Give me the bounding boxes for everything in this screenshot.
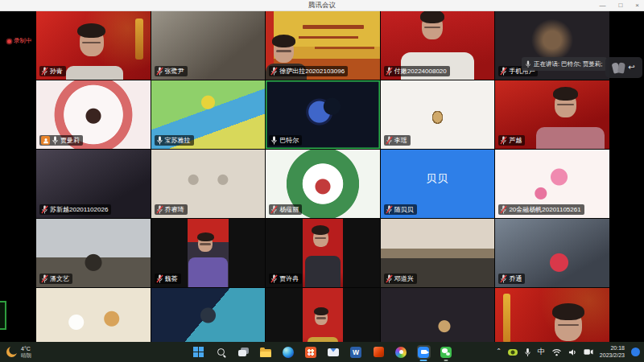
participant-avatar (416, 88, 460, 131)
participant-tile[interactable]: 张安 (495, 288, 609, 342)
participant-nametag: 李瑶 (384, 135, 411, 146)
participant-name: 付嫩20224008020 (394, 67, 447, 76)
tray-green-app-icon[interactable] (508, 349, 518, 356)
participant-face (80, 27, 104, 56)
participant-tile[interactable]: 芦越 (495, 80, 609, 149)
tray-chevron-icon[interactable]: ⌃ (496, 348, 502, 355)
participant-tile[interactable]: 付嫩20224008020 (381, 11, 495, 80)
meeting-stage: 孙青 张鹭尹 (0, 11, 644, 342)
participant-tile[interactable]: 张鹭尹 (151, 11, 266, 80)
mic-muted-icon (500, 205, 507, 214)
participant-tile[interactable]: 杨蕴丽 (266, 150, 380, 218)
participant-name: 乔通 (509, 274, 522, 283)
participant-tile[interactable]: 邓道兴 (381, 219, 495, 287)
participant-avatar: 贝贝 (416, 157, 460, 200)
mic-on-icon (52, 136, 59, 145)
search-icon (217, 348, 225, 356)
participant-tile[interactable]: 20金融杨帆20201105261 (495, 150, 609, 218)
weather-condition: 晴朗 (21, 352, 31, 358)
participant-avatar (72, 88, 115, 131)
speaking-toast-text: 正在讲话: 巴特尔; 贾曼莉; (534, 60, 602, 68)
participant-tile[interactable]: 孙青 (36, 11, 151, 80)
moon-weather-icon (6, 347, 17, 357)
wechat-button[interactable] (440, 345, 453, 359)
participant-tile[interactable]: 19金融郭燕飞 (36, 288, 151, 342)
titlebar: 腾讯会议 — □ × (0, 0, 644, 11)
office-button[interactable] (372, 345, 386, 359)
participant-tile[interactable]: 贾许冉 (266, 219, 380, 287)
tray-mic-icon[interactable] (524, 348, 531, 357)
app-grid-button[interactable] (304, 345, 318, 359)
participant-tile[interactable]: 乔睿琦 (151, 150, 266, 218)
mic-muted-icon (41, 274, 48, 283)
participant-name: 潘文艺 (50, 274, 69, 283)
participant-name: 贾许冉 (279, 274, 299, 283)
mic-muted-icon (500, 136, 507, 145)
word-button[interactable]: W (349, 345, 363, 359)
participant-name: 张鹭尹 (165, 67, 184, 76)
mic-muted-icon (270, 67, 278, 76)
edge-icon (283, 347, 294, 358)
wifi-icon[interactable] (551, 348, 562, 356)
recording-dot-icon (7, 39, 11, 43)
file-explorer-button[interactable] (259, 345, 273, 359)
participant-name: 苏新越20201102026 (50, 205, 108, 214)
participant-tile[interactable]: 朝乐门 (151, 288, 266, 342)
participant-avatar (416, 226, 460, 269)
mic-muted-icon (270, 205, 278, 214)
participant-nametag: 乔通 (498, 274, 525, 284)
search-button[interactable] (214, 345, 228, 359)
participant-name: 芦越 (509, 136, 522, 145)
reaction-overlay[interactable]: ↩ (605, 57, 642, 78)
mail-button[interactable] (327, 345, 341, 359)
ime-indicator[interactable]: 中 (538, 347, 545, 357)
maximize-button[interactable]: □ (618, 0, 622, 11)
notification-badge[interactable] (631, 348, 640, 356)
task-view-button[interactable] (237, 345, 250, 359)
weather-widget[interactable]: 4°C 晴朗 (6, 346, 31, 358)
participant-avatar (530, 157, 574, 200)
task-view-icon (238, 348, 249, 356)
start-button[interactable] (192, 345, 205, 359)
participant-name: 孙青 (50, 67, 63, 76)
tencent-meeting-button[interactable] (417, 345, 431, 359)
mic-muted-icon (500, 67, 507, 76)
participant-nametag: 邓道兴 (384, 274, 417, 284)
participant-name: 随贝贝 (394, 205, 414, 214)
mic-muted-icon (156, 205, 163, 214)
participant-nametag: 宝苏雅拉 (155, 135, 194, 146)
participant-tile[interactable]: 魏荟 (151, 219, 266, 287)
participant-tile[interactable]: 乔通 (495, 219, 609, 287)
participant-tile[interactable]: 宝苏雅拉 (151, 80, 266, 149)
clock-date: 2023/2/23 (600, 352, 625, 360)
participant-avatar (530, 19, 574, 62)
close-button[interactable]: × (635, 0, 639, 11)
participant-face (555, 309, 582, 341)
speaker-icon[interactable] (568, 348, 577, 356)
taskbar-clock[interactable]: 20:18 2023/2/23 (600, 345, 625, 360)
camera-icon[interactable] (584, 348, 593, 356)
participant-name: 徐萨出拉20202103096 (279, 67, 345, 76)
participant-tile[interactable]: 苏新越20201102026 (36, 150, 151, 218)
minimize-button[interactable]: — (599, 0, 605, 11)
participant-tile[interactable]: 贾曼莉 (36, 80, 151, 149)
mic-on-icon (270, 136, 278, 145)
photos-button[interactable] (394, 345, 408, 359)
participant-avatar (186, 157, 229, 200)
edge-button[interactable] (282, 345, 295, 359)
mic-on-icon (156, 136, 163, 145)
participant-tile[interactable]: 贝贝 随贝贝 (381, 150, 495, 218)
participant-tile[interactable]: 王文静20202103101 (266, 288, 380, 342)
participant-tile[interactable]: 胡泽昱 (381, 288, 495, 342)
participant-tile[interactable]: 徐萨出拉20202103096 (266, 11, 380, 80)
participant-tile[interactable]: 巴特尔 (266, 80, 380, 149)
mic-muted-icon (386, 67, 393, 76)
participant-avatar (72, 157, 115, 200)
toast-mic-icon (525, 60, 531, 68)
participant-tile[interactable]: 潘文艺 (36, 219, 151, 287)
participant-nametag: 魏荟 (155, 274, 181, 284)
speaking-toast: 正在讲话: 巴特尔; 贾曼莉; (522, 57, 607, 71)
participant-tile[interactable]: 李瑶 (381, 80, 495, 149)
file-explorer-icon (260, 349, 271, 357)
participant-face (274, 39, 294, 63)
